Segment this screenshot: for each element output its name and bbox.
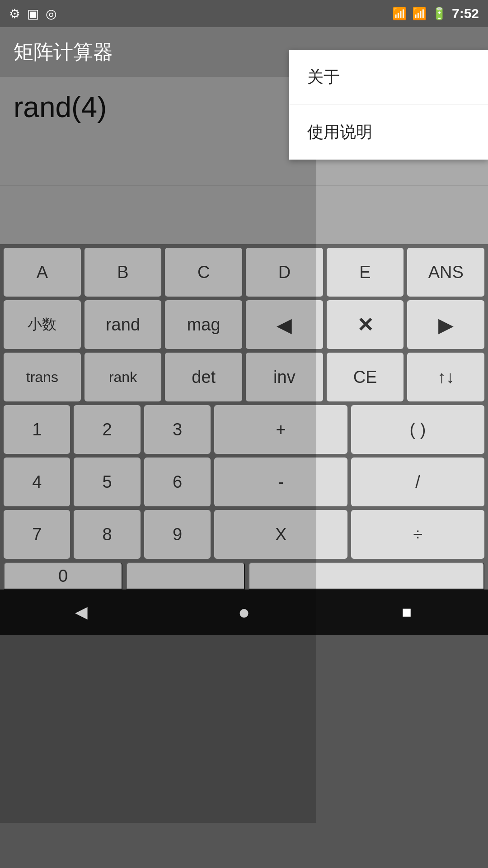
menu-item-help[interactable]: 使用说明 <box>289 105 488 160</box>
key-right-arrow[interactable]: ▶ <box>407 300 484 349</box>
key-CE[interactable]: CE <box>327 353 404 401</box>
key-swap[interactable]: ↑↓ <box>407 353 484 401</box>
menu-item-about[interactable]: 关于 <box>289 50 488 105</box>
key-ANS[interactable]: ANS <box>407 248 484 297</box>
key-cross[interactable]: ✕ <box>327 300 404 349</box>
sdcard-icon: ▣ <box>27 6 39 21</box>
app-title: 矩阵计算器 <box>14 39 113 66</box>
status-icons-right: 📶 📶 🔋 7:52 <box>392 6 479 21</box>
key-E[interactable]: E <box>327 248 404 297</box>
signal-icon: 📶 <box>412 7 427 21</box>
time-display: 7:52 <box>452 6 479 21</box>
status-bar: ⚙ ▣ ◎ 📶 📶 🔋 7:52 <box>0 0 488 27</box>
nav-recent[interactable]: ■ <box>393 599 420 626</box>
key-slash[interactable]: / <box>351 458 484 506</box>
key-division[interactable]: ÷ <box>351 510 484 559</box>
wifi-icon: 📶 <box>392 7 407 21</box>
battery-icon: 🔋 <box>432 7 446 21</box>
menu-overlay[interactable] <box>0 77 316 823</box>
key-parens[interactable]: ( ) <box>351 405 484 454</box>
recent-icon: ■ <box>402 603 412 622</box>
settings-icon: ⚙ <box>9 6 20 21</box>
dropdown-menu: 关于 使用说明 <box>289 50 488 160</box>
status-icons-left: ⚙ ▣ ◎ <box>9 6 56 21</box>
circle-icon: ◎ <box>46 6 56 21</box>
